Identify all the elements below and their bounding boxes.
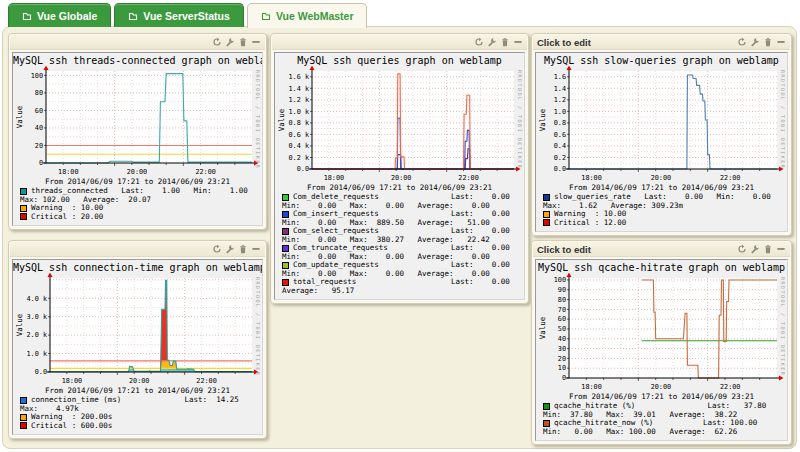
- refresh-icon[interactable]: [474, 37, 484, 47]
- svg-text:0.4: 0.4: [554, 142, 566, 150]
- refresh-icon[interactable]: [737, 37, 747, 47]
- wrench-icon[interactable]: [750, 244, 760, 254]
- svg-text:Value: Value: [277, 108, 286, 131]
- legend-row: Average: 95.17: [282, 287, 524, 296]
- tab-vue-globale[interactable]: Vue Globale: [8, 3, 111, 27]
- wrench-icon[interactable]: [750, 37, 760, 47]
- svg-text:20: 20: [35, 142, 43, 150]
- legend-swatch: [20, 414, 27, 421]
- svg-text:22:00: 22:00: [720, 383, 740, 391]
- svg-text:50: 50: [558, 325, 566, 333]
- collapse-icon[interactable]: [251, 37, 261, 47]
- widget-queries: MySQL_ssh_queries graph on weblamp 0.00.…: [270, 33, 529, 304]
- refresh-icon[interactable]: [212, 37, 222, 47]
- svg-text:20:00: 20:00: [391, 174, 411, 182]
- graph-legend: threads_connected Last: 1.00 Min: 1.00Ma…: [13, 186, 262, 223]
- graph-legend: Com_delete_requests Last: 0.00Min: 0.00 …: [275, 192, 524, 297]
- widget-connection-time: MySQL_ssh_connection-time graph on webla…: [8, 240, 267, 439]
- legend-swatch: [282, 194, 289, 201]
- svg-text:0.6 k: 0.6 k: [289, 131, 309, 139]
- wrench-icon[interactable]: [225, 244, 235, 254]
- rrd-graph[interactable]: MySQL_ssh_connection-time graph on webla…: [12, 259, 263, 435]
- svg-text:4.0 k: 4.0 k: [27, 295, 47, 303]
- trash-icon[interactable]: [763, 37, 773, 47]
- widget-toolbar: [212, 244, 261, 254]
- widget-header[interactable]: [272, 35, 527, 50]
- chart-qcache-hitrate: 010203040506070809010018:0020:0022:00Val…: [536, 273, 787, 391]
- tab-vue-webmaster[interactable]: Vue WebMaster: [247, 3, 368, 28]
- rrdtool-watermark: RRDTOOL / TOBI OETIKER: [780, 277, 786, 376]
- svg-text:Value: Value: [15, 313, 24, 336]
- chart-threads-connected: 02040608010018:0020:0022:00Value: [13, 66, 262, 176]
- svg-text:0.2: 0.2: [554, 154, 566, 162]
- collapse-icon[interactable]: [513, 37, 523, 47]
- legend-row: Critical : 12.00: [543, 219, 787, 228]
- tab-vue-serverstatus[interactable]: Vue ServerStatus: [114, 3, 244, 27]
- svg-text:80: 80: [558, 296, 566, 304]
- legend-swatch: [543, 211, 550, 218]
- trash-icon[interactable]: [238, 244, 248, 254]
- widget-header[interactable]: [10, 242, 265, 257]
- rrdtool-watermark: RRDTOOL / TOBI OETIKER: [517, 70, 523, 169]
- graph-title: MySQL_ssh_connection-time graph on webla…: [13, 262, 262, 273]
- chart-slow-queries: 0.00.20.40.60.81.01.21.41.618:0020:0022:…: [536, 66, 787, 182]
- trash-icon[interactable]: [238, 37, 248, 47]
- tab-label: Vue ServerStatus: [143, 10, 230, 22]
- legend-text: Critical : 600.00s: [31, 422, 112, 431]
- widget-header-title[interactable]: Click to edit: [537, 242, 591, 257]
- collapse-icon[interactable]: [251, 244, 261, 254]
- tab-label: Vue WebMaster: [276, 10, 354, 22]
- legend-text: Critical : 12.00: [554, 219, 626, 228]
- svg-text:0.0: 0.0: [35, 368, 47, 376]
- widget-header-title[interactable]: Click to edit: [537, 35, 591, 50]
- trash-icon[interactable]: [500, 37, 510, 47]
- rrd-graph[interactable]: MySQL_ssh_threads-connected graph on web…: [12, 52, 263, 226]
- graph-legend: qcache_hitrate (%) Last: 37.80Min: 37.80…: [536, 401, 787, 438]
- svg-text:18:00: 18:00: [581, 383, 601, 391]
- trash-icon[interactable]: [763, 244, 773, 254]
- wrench-icon[interactable]: [225, 37, 235, 47]
- svg-text:80: 80: [35, 89, 43, 97]
- svg-text:100: 100: [31, 72, 43, 80]
- collapse-icon[interactable]: [776, 37, 786, 47]
- legend-swatch: [20, 188, 27, 195]
- widget-header[interactable]: Click to edit: [533, 242, 790, 257]
- svg-text:20:00: 20:00: [651, 383, 671, 391]
- legend-swatch: [282, 279, 289, 286]
- tab-icon: [128, 11, 138, 21]
- svg-text:40: 40: [558, 335, 566, 343]
- refresh-icon[interactable]: [212, 244, 222, 254]
- rrd-graph[interactable]: MySQL_ssh_queries graph on weblamp 0.00.…: [274, 52, 525, 300]
- svg-text:0.8 k: 0.8 k: [289, 119, 309, 127]
- svg-text:1.4: 1.4: [554, 85, 566, 93]
- graph-legend: slow_queries_rate Last: 0.00 Min: 0.00Ma…: [536, 192, 787, 229]
- svg-text:22:00: 22:00: [195, 168, 215, 176]
- svg-text:100: 100: [554, 276, 566, 284]
- legend-swatch: [20, 422, 27, 429]
- svg-text:70: 70: [558, 306, 566, 314]
- legend-swatch: [282, 228, 289, 235]
- svg-text:20: 20: [558, 355, 566, 363]
- svg-text:0.0: 0.0: [554, 165, 566, 173]
- collapse-icon[interactable]: [776, 244, 786, 254]
- svg-text:22:00: 22:00: [720, 174, 740, 182]
- legend-swatch: [282, 245, 289, 252]
- legend-swatch: [543, 194, 550, 201]
- svg-text:2.0 k: 2.0 k: [27, 331, 47, 339]
- svg-text:30: 30: [558, 345, 566, 353]
- svg-text:20:00: 20:00: [127, 168, 147, 176]
- widget-threads-connected: MySQL_ssh_threads-connected graph on web…: [8, 33, 267, 230]
- svg-text:Value: Value: [538, 108, 547, 131]
- rrd-graph[interactable]: MySQL_ssh_slow-queries graph on weblamp …: [535, 52, 788, 232]
- widget-qcache-hitrate: Click to edit MySQL_ssh_qcache-hitrate g…: [531, 240, 792, 445]
- svg-text:0: 0: [39, 159, 43, 167]
- svg-text:90: 90: [558, 286, 566, 294]
- widget-header[interactable]: Click to edit: [533, 35, 790, 50]
- refresh-icon[interactable]: [737, 244, 747, 254]
- svg-text:1.4 k: 1.4 k: [289, 85, 309, 93]
- wrench-icon[interactable]: [487, 37, 497, 47]
- svg-text:0.0: 0.0: [297, 165, 309, 173]
- time-range: From 2014/06/09 17:21 to 2014/06/09 23:2…: [275, 183, 524, 192]
- widget-header[interactable]: [10, 35, 265, 50]
- rrd-graph[interactable]: MySQL_ssh_qcache-hitrate graph on weblam…: [535, 259, 788, 441]
